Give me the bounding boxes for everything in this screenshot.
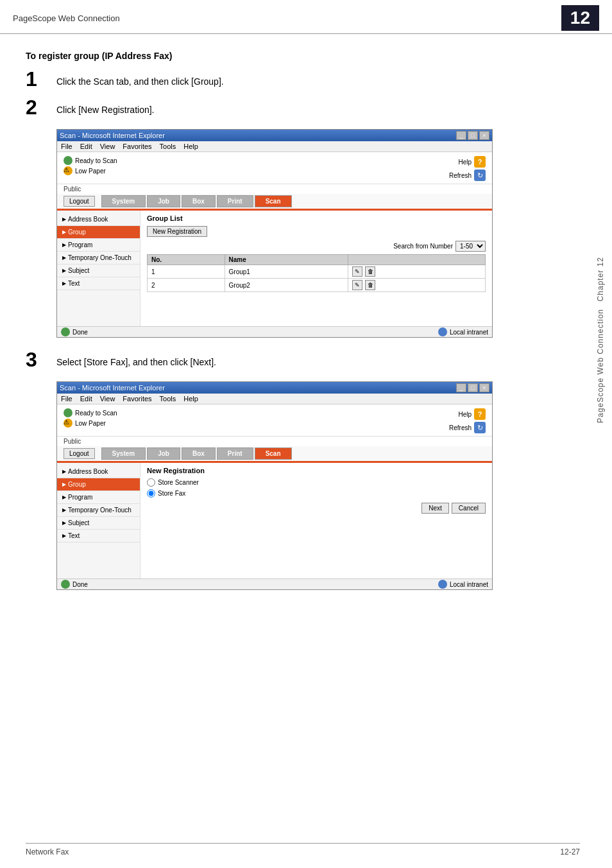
right-sidebar: Chapter 12 PageScope Web Connection: [589, 0, 612, 868]
sidebar-text-2[interactable]: ▶ Text: [57, 530, 140, 542]
logout-btn-1[interactable]: Logout: [64, 196, 95, 207]
browser-menubar-2: File Edit View Favorites Tools Help: [57, 394, 492, 404]
menu-favorites-1[interactable]: Favorites: [123, 143, 151, 150]
menu-help-2[interactable]: Help: [183, 395, 198, 403]
refresh-row-1: Refresh ↻: [449, 169, 486, 181]
scan-body-1: ▶ Address Book ▶ Group ▶ Program ▶ Tempo…: [57, 211, 492, 326]
help-icon-2[interactable]: ?: [474, 408, 486, 420]
menu-favorites-2[interactable]: Favorites: [123, 395, 151, 403]
status-ready-text-2: Ready to Scan: [75, 410, 117, 417]
refresh-icon-1[interactable]: ↻: [474, 169, 486, 181]
delete-btn-2[interactable]: 🗑: [365, 280, 375, 290]
edit-btn-2[interactable]: ✎: [352, 280, 362, 290]
row1-actions: ✎ 🗑: [348, 265, 485, 279]
help-label-2: Help: [458, 411, 472, 418]
browser-title-2: Scan - Microsoft Internet Explorer: [60, 384, 165, 392]
sidebar-subject-2[interactable]: ▶ Subject: [57, 517, 140, 530]
radio-store-scanner-label: Store Scanner: [158, 479, 199, 486]
edit-btn-1[interactable]: ✎: [352, 266, 362, 277]
maximize-btn-1[interactable]: □: [468, 131, 478, 140]
tab-system-1[interactable]: System: [101, 195, 146, 207]
radio-store-fax-input[interactable]: [147, 489, 155, 498]
search-label: Search from Number: [393, 243, 453, 250]
logout-btn-2[interactable]: Logout: [64, 448, 95, 459]
sidebar-group-2[interactable]: ▶ Group: [57, 478, 140, 491]
new-registration-btn[interactable]: New Registration: [147, 226, 207, 237]
next-button[interactable]: Next: [421, 503, 449, 514]
menu-file-1[interactable]: File: [61, 143, 72, 150]
chapter-sub-label: Chapter 12: [596, 257, 605, 301]
sidebar-group-1[interactable]: ▶ Group: [57, 226, 140, 239]
scan-app-2: Ready to Scan ⚠ Low Paper Help ? Refresh…: [57, 404, 492, 578]
close-btn-2[interactable]: ×: [479, 383, 489, 392]
arrow-icon-12: ▶: [62, 533, 66, 539]
col-actions: [348, 255, 485, 265]
sidebar-temp-one-touch-2[interactable]: ▶ Temporary One-Touch: [57, 504, 140, 517]
delete-btn-1[interactable]: 🗑: [365, 266, 375, 277]
scan-topbar-2: Ready to Scan ⚠ Low Paper Help ? Refresh…: [57, 404, 492, 437]
menu-help-1[interactable]: Help: [183, 143, 198, 150]
nav-tabs-1: Logout System Job Box Print Scan: [57, 194, 492, 209]
menu-view-1[interactable]: View: [100, 143, 115, 150]
scan-links-2: Help ? Refresh ↻: [449, 408, 486, 433]
tab-print-1[interactable]: Print: [217, 195, 253, 207]
scan-status-2: Ready to Scan ⚠ Low Paper: [64, 408, 117, 428]
sidebar-temp-one-touch-1[interactable]: ▶ Temporary One-Touch: [57, 252, 140, 265]
tab-scan-1[interactable]: Scan: [255, 195, 292, 207]
arrow-icon-5: ▶: [62, 268, 66, 273]
sidebar-subject-1[interactable]: ▶ Subject: [57, 265, 140, 277]
tab-box-1[interactable]: Box: [182, 195, 216, 207]
browser-title-1: Scan - Microsoft Internet Explorer: [60, 132, 165, 139]
refresh-label-1: Refresh: [449, 172, 472, 179]
sidebar-address-book-label-2: Address Book: [68, 468, 108, 475]
menu-view-2[interactable]: View: [100, 395, 115, 403]
menu-edit-2[interactable]: Edit: [80, 395, 92, 403]
row2-name: Group2: [225, 279, 348, 292]
col-no: No.: [148, 255, 225, 265]
sidebar-program-2[interactable]: ▶ Program: [57, 491, 140, 504]
sidebar-address-book-1[interactable]: ▶ Address Book: [57, 213, 140, 226]
ready-icon-1: [64, 156, 72, 165]
intro-heading: To register group (IP Address Fax): [26, 51, 586, 61]
sidebar-program-1[interactable]: ▶ Program: [57, 239, 140, 252]
local-intranet-text-1: Local intranet: [450, 329, 488, 336]
search-select[interactable]: 1-50: [455, 241, 486, 252]
refresh-row-2: Refresh ↻: [449, 422, 486, 433]
sidebar-text-1[interactable]: ▶ Text: [57, 277, 140, 290]
close-btn-1[interactable]: ×: [479, 131, 489, 140]
minimize-btn-2[interactable]: _: [456, 383, 466, 392]
help-row-1: Help ?: [458, 156, 486, 168]
tab-print-2[interactable]: Print: [217, 447, 253, 460]
minimize-btn-1[interactable]: _: [456, 131, 466, 140]
step-3-text: Select [Store Fax], and then click [Next…: [56, 353, 216, 367]
arrow-icon-2: ▶: [62, 229, 66, 235]
menu-tools-2[interactable]: Tools: [160, 395, 176, 403]
sidebar-group-label-2: Group: [68, 481, 86, 488]
help-row-2: Help ?: [458, 408, 486, 420]
maximize-btn-2[interactable]: □: [468, 383, 478, 392]
cancel-button[interactable]: Cancel: [452, 503, 486, 514]
public-label-1: Public: [57, 184, 492, 194]
scan-sidebar-2: ▶ Address Book ▶ Group ▶ Program ▶ Tempo…: [57, 463, 140, 578]
menu-tools-1[interactable]: Tools: [160, 143, 176, 150]
arrow-icon-3: ▶: [62, 242, 66, 248]
done-icon-1: [61, 327, 70, 336]
sidebar-address-book-2[interactable]: ▶ Address Book: [57, 465, 140, 478]
tab-system-2[interactable]: System: [101, 447, 146, 460]
step-1: 1 Click the Scan tab, and then click [Gr…: [26, 73, 586, 89]
help-icon-1[interactable]: ?: [474, 156, 486, 168]
refresh-label-2: Refresh: [449, 424, 472, 431]
menu-edit-1[interactable]: Edit: [80, 143, 92, 150]
refresh-icon-2[interactable]: ↻: [474, 422, 486, 433]
menu-file-2[interactable]: File: [61, 395, 72, 403]
sidebar-program-label-2: Program: [68, 494, 92, 501]
globe-icon-1: [438, 327, 447, 336]
tab-job-1[interactable]: Job: [147, 195, 180, 207]
tab-scan-2[interactable]: Scan: [255, 447, 292, 460]
step-2-text: Click [New Registration].: [56, 101, 155, 115]
tab-job-2[interactable]: Job: [147, 447, 180, 460]
page-footer: Network Fax 12-27: [26, 843, 580, 856]
tab-box-2[interactable]: Box: [182, 447, 216, 460]
browser-window-2: Scan - Microsoft Internet Explorer _ □ ×…: [56, 381, 493, 590]
radio-store-scanner-input[interactable]: [147, 478, 155, 487]
